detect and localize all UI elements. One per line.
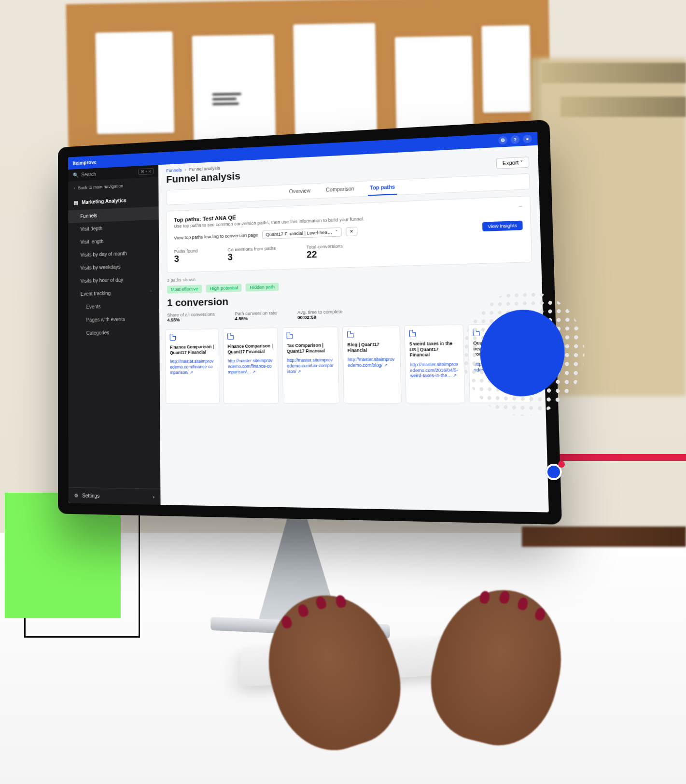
gear-icon: ⚙ (74, 493, 78, 498)
top-paths-panel: Top paths: Test ANA QE Use top paths to … (167, 196, 532, 273)
chip-high-potential[interactable]: High potential (206, 284, 242, 292)
chip-most-effective[interactable]: Most effective (167, 285, 202, 294)
metric-avg-time: Avg. time to complete 00:02:59 (297, 309, 343, 320)
location-pin-icon (546, 464, 562, 480)
sidebar-item-events[interactable]: Events (68, 299, 159, 314)
external-link-icon[interactable]: ↗ (297, 369, 301, 374)
stat-total-conversions: Total conversions 22 (307, 243, 343, 260)
tab-top-paths[interactable]: Top paths (368, 184, 397, 196)
external-link-icon[interactable]: ↗ (190, 370, 193, 374)
search-shortcut: ⌘ + K (138, 168, 154, 175)
page-icon (227, 333, 234, 340)
chevron-down-icon: ˅ (335, 229, 338, 235)
chip-hidden-path[interactable]: Hidden path (246, 283, 279, 291)
breadcrumb-sep: › (185, 167, 186, 172)
chevron-right-icon: › (153, 494, 154, 499)
path-step[interactable]: Blog | Quant17 Financial http://master.s… (342, 326, 402, 404)
path-step[interactable]: Finance Comparison | Quant17 Financial h… (165, 328, 219, 404)
search-icon: 🔍 (73, 172, 79, 178)
stat-conversions-from-paths: Conversions from paths 3 (227, 246, 276, 263)
stats-row: Paths found 3 Conversions from paths 3 T… (174, 237, 524, 266)
path-step[interactable]: Finance Comparison | Quant17 Financial h… (223, 328, 279, 404)
conversion-page-select[interactable]: Quant17 Financial | Level-hea… ˅ (262, 228, 342, 240)
stat-paths-found: Paths found 3 (174, 248, 198, 264)
analytics-icon: ▤ (74, 200, 78, 205)
page-icon (170, 334, 176, 341)
metric-share: Share of all conversions 4.55% (167, 312, 215, 322)
panel-collapse-icon[interactable]: – (519, 203, 522, 209)
filter-label: View top paths leading to conversion pag… (174, 232, 258, 241)
close-icon: ✕ (350, 229, 354, 234)
user-avatar-icon[interactable]: ● (523, 135, 532, 143)
back-icon: ‹ (74, 186, 75, 191)
sidebar-item-pages-with-events[interactable]: Pages with events (68, 312, 159, 327)
sidebar-item-categories[interactable]: Categories (68, 325, 159, 340)
tab-overview[interactable]: Overview (287, 188, 312, 200)
help-icon[interactable]: ? (510, 135, 519, 144)
tab-comparison[interactable]: Comparison (324, 186, 356, 198)
sidebar-settings[interactable]: ⚙ Settings › (69, 488, 161, 505)
page-icon (347, 331, 353, 338)
export-button[interactable]: Export ˅ (496, 157, 530, 169)
path-step[interactable]: Tax Comparison | Quant17 Financial http:… (282, 327, 339, 404)
chevron-down-icon: ˅ (520, 159, 523, 165)
page-title: Funnel analysis (166, 171, 240, 185)
search-label: Search (81, 171, 96, 177)
page-icon (409, 330, 416, 337)
clear-filter-button[interactable]: ✕ (346, 227, 357, 236)
gear-icon[interactable]: ⚙ (498, 136, 507, 144)
path-step[interactable]: 5 weird taxes in the US | Quant17 Financ… (404, 324, 465, 403)
brand-logo: iteimprove (73, 159, 97, 166)
external-link-icon[interactable]: ↗ (384, 363, 388, 368)
external-link-icon[interactable]: ↗ (252, 370, 256, 374)
external-link-icon[interactable]: ↗ (453, 373, 457, 378)
metric-path-rate: Path conversion rate 4.55% (235, 311, 277, 321)
sidebar: 🔍 Search ⌘ + K ‹ Back to main navigation… (68, 165, 160, 505)
chevron-up-icon: ˄ (150, 290, 153, 295)
view-insights-button[interactable]: View insights (482, 221, 523, 231)
page-icon (287, 332, 293, 339)
